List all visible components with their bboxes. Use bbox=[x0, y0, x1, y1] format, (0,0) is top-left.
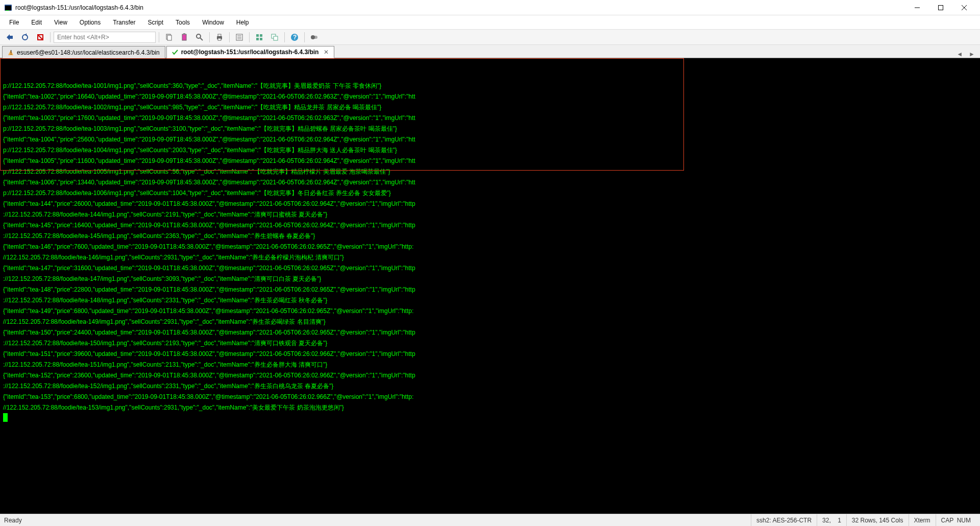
terminal-line: p://122.152.205.72:88/foodie/tea-1001/im… bbox=[3, 81, 977, 91]
separator bbox=[209, 32, 210, 42]
terminal-line: {"itemId":"tea-1004","price":25600,"upda… bbox=[3, 134, 977, 145]
svg-rect-23 bbox=[256, 34, 259, 37]
copy-icon[interactable] bbox=[162, 31, 176, 43]
svg-text:!: ! bbox=[10, 50, 12, 56]
separator bbox=[284, 32, 285, 42]
menu-window[interactable]: Window bbox=[197, 17, 229, 28]
status-ready: Ready bbox=[4, 517, 22, 524]
window-title: root@logstash-151:/usr/local/logstash-6.… bbox=[15, 4, 905, 11]
terminal-line: {"itemId":"tea-1006","price":13440,"upda… bbox=[3, 177, 977, 188]
terminal-line: p://122.152.205.72:88/foodie/tea-1004/im… bbox=[3, 145, 977, 156]
status-ssh: ssh2: AES-256-CTR bbox=[751, 514, 817, 526]
terminal-cursor-line bbox=[3, 413, 977, 424]
menu-file[interactable]: File bbox=[4, 17, 24, 28]
maximize-button[interactable] bbox=[929, 0, 952, 15]
tab-prev-icon[interactable]: ◄ bbox=[953, 51, 966, 58]
print-icon[interactable] bbox=[213, 31, 226, 43]
disconnect-icon[interactable] bbox=[34, 31, 47, 43]
reconnect-icon[interactable] bbox=[18, 31, 32, 43]
help-icon[interactable]: ? bbox=[288, 31, 301, 43]
svg-rect-12 bbox=[182, 34, 186, 40]
menu-transfer[interactable]: Transfer bbox=[108, 17, 140, 28]
statusbar: Ready ssh2: AES-256-CTR 32, 1 32 Rows, 1… bbox=[0, 514, 980, 526]
svg-rect-25 bbox=[256, 38, 259, 40]
terminal-line: ://122.152.205.72:88/foodie/tea-152/img1… bbox=[3, 381, 977, 392]
paste-icon[interactable] bbox=[178, 31, 191, 43]
properties-icon[interactable] bbox=[233, 31, 246, 43]
toolbar: ? bbox=[0, 30, 980, 45]
terminal-line: p://122.152.205.72:88/foodie/tea-1006/im… bbox=[3, 188, 977, 199]
menu-tools[interactable]: Tools bbox=[170, 17, 195, 28]
check-icon bbox=[172, 49, 178, 55]
terminal-line: {"itemId":"tea-1003","price":17600,"upda… bbox=[3, 113, 977, 124]
terminal-line: {"itemId":"tea-148","price":22800,"updat… bbox=[3, 284, 977, 295]
terminal-line: {"itemId":"tea-150","price":24400,"updat… bbox=[3, 327, 977, 338]
terminal-line: {"itemId":"tea-1005","price":11600,"upda… bbox=[3, 156, 977, 166]
tab-next-icon[interactable]: ► bbox=[966, 51, 978, 58]
separator bbox=[159, 32, 159, 42]
svg-rect-13 bbox=[183, 33, 185, 35]
close-icon[interactable]: ✕ bbox=[324, 49, 329, 56]
terminal-line: //122.152.205.72:88/foodie/tea-149/img1.… bbox=[3, 317, 977, 327]
toggle-icon[interactable] bbox=[308, 31, 321, 43]
terminal-line: p://122.152.205.72:88/foodie/tea-1003/im… bbox=[3, 124, 977, 134]
svg-point-14 bbox=[197, 34, 201, 38]
tab-label: root@logstash-151:/usr/local/logstash-6.… bbox=[181, 49, 319, 56]
find-icon[interactable] bbox=[193, 31, 206, 43]
separator bbox=[249, 32, 250, 42]
warning-icon: ! bbox=[8, 50, 14, 56]
svg-text:?: ? bbox=[293, 34, 297, 41]
terminal-line: p://122.152.205.72:88/foodie/tea-1005/im… bbox=[3, 166, 977, 177]
tab-inactive[interactable]: ! esuser6@es01-148:/usr/local/elasticsea… bbox=[2, 46, 165, 58]
separator bbox=[50, 32, 51, 42]
connect-icon[interactable] bbox=[3, 31, 16, 43]
menubar: File Edit View Options Transfer Script T… bbox=[0, 15, 980, 30]
terminal-line: {"itemId":"tea-152","price":23600,"updat… bbox=[3, 370, 977, 381]
terminal-line: {"itemId":"tea-149","price":6800,"update… bbox=[3, 306, 977, 317]
status-caps: CAP NUM bbox=[936, 514, 976, 526]
svg-rect-17 bbox=[218, 34, 221, 36]
terminal-line: ://122.152.205.72:88/foodie/tea-147/img1… bbox=[3, 274, 977, 284]
terminal-line: //122.152.205.72:88/foodie/tea-146/img1.… bbox=[3, 252, 977, 263]
tab-active[interactable]: root@logstash-151:/usr/local/logstash-6.… bbox=[166, 46, 335, 58]
terminal-line: ://122.152.205.72:88/foodie/tea-144/img1… bbox=[3, 209, 977, 220]
terminal-line: ://122.152.205.72:88/foodie/tea-151/img1… bbox=[3, 360, 977, 370]
terminal-line: {"itemId":"tea-153","price":6800,"update… bbox=[3, 392, 977, 402]
status-size: 32 Rows, 145 Cols bbox=[846, 514, 909, 526]
status-cursor-pos: 32, 1 bbox=[817, 514, 846, 526]
separator bbox=[229, 32, 230, 42]
terminal-line: {"itemId":"tea-1002","price":16640,"upda… bbox=[3, 91, 977, 102]
titlebar: _ root@logstash-151:/usr/local/logstash-… bbox=[0, 0, 980, 15]
cascade-icon[interactable] bbox=[268, 31, 281, 43]
menu-help[interactable]: Help bbox=[231, 17, 254, 28]
tabbar: ! esuser6@es01-148:/usr/local/elasticsea… bbox=[0, 45, 980, 58]
svg-point-32 bbox=[311, 35, 315, 39]
terminal-line: ://122.152.205.72:88/foodie/tea-150/img1… bbox=[3, 338, 977, 349]
svg-rect-26 bbox=[260, 38, 262, 40]
svg-rect-4 bbox=[939, 5, 943, 10]
terminal-output[interactable]: p://122.152.205.72:88/foodie/tea-1001/im… bbox=[0, 58, 980, 514]
terminal-line: {"itemId":"tea-144","price":26000,"updat… bbox=[3, 199, 977, 209]
svg-line-15 bbox=[200, 38, 203, 40]
close-button[interactable] bbox=[952, 0, 976, 15]
minimize-button[interactable] bbox=[905, 0, 929, 15]
svg-rect-28 bbox=[274, 36, 278, 40]
svg-point-7 bbox=[22, 35, 28, 40]
menu-options[interactable]: Options bbox=[75, 17, 106, 28]
menu-script[interactable]: Script bbox=[142, 17, 168, 28]
terminal-line: ://122.152.205.72:88/foodie/tea-145/img1… bbox=[3, 231, 977, 242]
separator bbox=[304, 32, 305, 42]
cursor bbox=[3, 413, 8, 422]
menu-view[interactable]: View bbox=[49, 17, 72, 28]
tile-icon[interactable] bbox=[253, 31, 266, 43]
terminal-line: //122.152.205.72:88/foodie/tea-153/img1.… bbox=[3, 402, 977, 413]
host-input[interactable] bbox=[54, 32, 156, 43]
status-term: Xterm bbox=[909, 514, 936, 526]
terminal-line: ://122.152.205.72:88/foodie/tea-148/img1… bbox=[3, 295, 977, 306]
svg-rect-18 bbox=[218, 38, 221, 40]
svg-rect-11 bbox=[167, 35, 172, 40]
menu-edit[interactable]: Edit bbox=[26, 17, 47, 28]
terminal-line: {"itemId":"tea-145","price":16400,"updat… bbox=[3, 220, 977, 231]
terminal-line: {"itemId":"tea-146","price":7600,"update… bbox=[3, 242, 977, 252]
tab-label: esuser6@es01-148:/usr/local/elasticsearc… bbox=[17, 49, 160, 56]
